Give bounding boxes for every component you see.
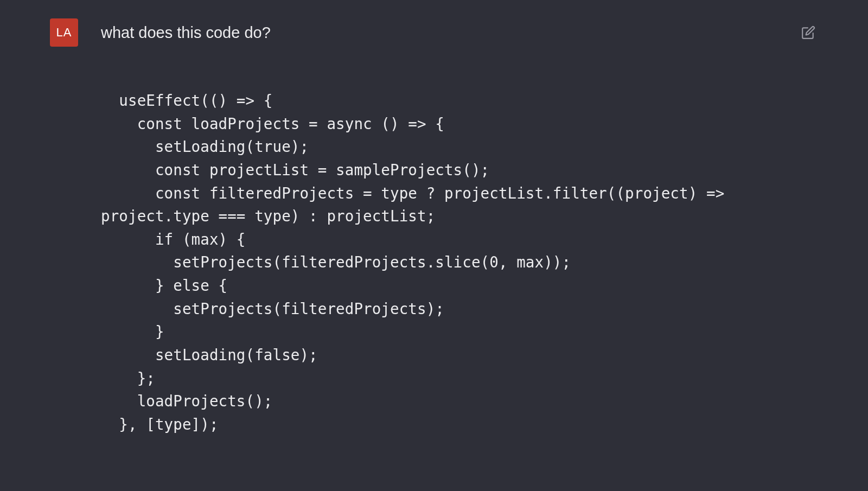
header-left: LA what does this code do? [50, 18, 271, 47]
avatar-initials: LA [56, 25, 72, 40]
message-header: LA what does this code do? [50, 18, 818, 47]
edit-button[interactable] [799, 23, 818, 42]
user-question: what does this code do? [101, 24, 271, 42]
edit-icon [801, 25, 815, 40]
code-block: useEffect(() => { const loadProjects = a… [50, 89, 818, 436]
avatar: LA [50, 18, 78, 47]
chat-message: LA what does this code do? useEffect(() … [0, 0, 868, 436]
